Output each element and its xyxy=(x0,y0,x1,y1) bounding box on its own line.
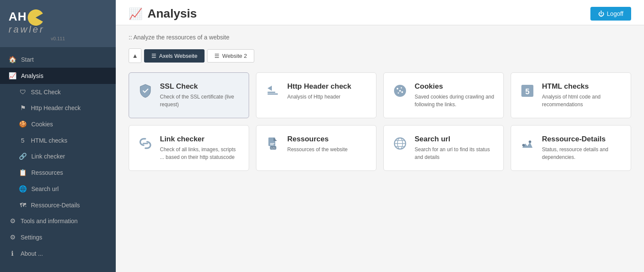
sidebar-item-html-checks[interactable]: 5 HTML checks xyxy=(0,132,116,148)
card-ressource-details[interactable]: Ressource-Details Status, ressource deta… xyxy=(511,125,631,171)
sidebar-label-ressource-details: Ressource-Details xyxy=(31,202,80,209)
sidebar-label-link-checker: Link checker xyxy=(31,153,65,160)
main-content: 📈 Analysis ⏻ Logoff :: Analyze the resso… xyxy=(116,0,644,272)
card-title-search-url: Search url xyxy=(415,135,496,143)
card-desc-http-header-check: Analysis of Http header xyxy=(287,93,351,101)
sidebar-item-tools[interactable]: ⚙ Tools and information xyxy=(0,213,116,229)
http-header-icon: ⚑ xyxy=(19,104,27,112)
card-title-ressources: Ressources xyxy=(287,135,348,143)
logo-crawler: rawler xyxy=(9,24,45,35)
sidebar-item-ssl-check[interactable]: 🛡 SSL Check xyxy=(0,84,116,100)
sidebar: AH rawler v0.111 🏠 Start 📈 Analysis 🛡 SS… xyxy=(0,0,116,272)
sidebar-item-ressources[interactable]: 📋 Ressources xyxy=(0,164,116,181)
svg-text:</>: </> xyxy=(271,146,276,150)
card-icon-link-checker xyxy=(137,136,154,155)
logoff-button[interactable]: ⏻ Logoff xyxy=(590,7,631,21)
svg-text:5: 5 xyxy=(525,87,530,96)
html-checks-icon: 5 xyxy=(19,137,27,144)
card-body-link-checker: Link checker Check of all links, images,… xyxy=(160,135,241,161)
svg-point-22 xyxy=(522,144,525,146)
card-title-ssl-check: SSL Check xyxy=(160,82,241,91)
svg-point-23 xyxy=(529,140,531,143)
card-icon-html-checks: 5 xyxy=(519,83,536,102)
card-body-ressource-details: Ressource-Details Status, ressource deta… xyxy=(542,135,623,161)
link-checker-icon: 🔗 xyxy=(19,152,27,160)
tab-label-axels-webseite: Axels Webseite xyxy=(159,53,197,59)
svg-rect-1 xyxy=(268,92,275,93)
sidebar-label-tools: Tools and information xyxy=(21,218,78,224)
page-subtitle: :: Analyze the ressources of a website xyxy=(129,34,631,41)
sidebar-item-about[interactable]: ℹ About ... xyxy=(0,245,116,262)
search-url-icon: 🌐 xyxy=(19,185,27,193)
tab-label-website-2: Website 2 xyxy=(222,53,247,59)
card-http-header-check[interactable]: Http Header check Analysis of Http heade… xyxy=(256,72,376,118)
sidebar-item-http-header[interactable]: ⚑ Http Header check xyxy=(0,100,116,116)
sidebar-item-settings[interactable]: ⚙ Settings xyxy=(0,229,116,245)
tab-axels-webseite[interactable]: ☰Axels Webseite xyxy=(144,49,205,63)
analysis-icon: 📈 xyxy=(9,72,17,80)
card-body-cookies: Cookies Saved cookies during crawling an… xyxy=(415,82,496,108)
power-icon: ⏻ xyxy=(598,10,604,17)
tools-icon: ⚙ xyxy=(9,217,16,225)
sidebar-label-http-header: Http Header check xyxy=(31,105,81,111)
card-title-cookies: Cookies xyxy=(415,82,496,91)
card-icon-http-header-check xyxy=(264,83,281,102)
card-title-html-checks: HTML checks xyxy=(542,82,623,91)
tabs-bar: ▲ ☰Axels Webseite☰Website 2 xyxy=(129,48,631,63)
cards-grid: SSL Check Check of the SSL certificate (… xyxy=(129,72,631,171)
card-desc-cookies: Saved cookies during crawling and follow… xyxy=(415,93,496,108)
logoff-label: Logoff xyxy=(607,10,623,17)
analysis-icon: 📈 xyxy=(129,7,142,21)
card-desc-link-checker: Check of all links, images, scripts ... … xyxy=(160,146,241,161)
svg-point-5 xyxy=(401,91,403,93)
ressources-icon: 📋 xyxy=(19,169,27,176)
card-ssl-check[interactable]: SSL Check Check of the SSL certificate (… xyxy=(129,72,249,118)
about-icon: ℹ xyxy=(9,250,16,257)
sidebar-item-analysis[interactable]: 📈 Analysis xyxy=(0,68,116,84)
sidebar-item-search-url[interactable]: 🌐 Search url xyxy=(0,181,116,197)
card-ressources[interactable]: </> Ressources Ressources of the website xyxy=(256,125,376,171)
sidebar-item-cookies[interactable]: 🍪 Cookies xyxy=(0,116,116,132)
card-cookies[interactable]: Cookies Saved cookies during crawling an… xyxy=(383,72,504,118)
sidebar-label-settings: Settings xyxy=(21,234,42,241)
tab-up-button[interactable]: ▲ xyxy=(129,48,141,63)
sidebar-item-ressource-details[interactable]: 🗺 Ressource-Details xyxy=(0,197,116,213)
card-desc-ssl-check: Check of the SSL certificate (live reque… xyxy=(160,93,241,108)
tab-website-2[interactable]: ☰Website 2 xyxy=(207,49,254,63)
card-icon-cookies xyxy=(391,83,409,102)
svg-point-4 xyxy=(401,87,402,89)
page-title-container: 📈 Analysis xyxy=(129,7,197,21)
svg-point-3 xyxy=(397,88,398,90)
card-body-ssl-check: SSL Check Check of the SSL certificate (… xyxy=(160,82,241,108)
tab-icon-website-2: ☰ xyxy=(214,53,220,59)
card-search-url[interactable]: Search url Search for an url to find its… xyxy=(383,125,504,171)
page-title: Analysis xyxy=(147,7,197,21)
sidebar-label-ssl-check: SSL Check xyxy=(31,89,61,96)
cookies-icon: 🍪 xyxy=(19,120,27,128)
sidebar-label-ressources: Ressources xyxy=(31,169,63,176)
logo-version: v0.111 xyxy=(51,36,65,41)
card-title-link-checker: Link checker xyxy=(160,135,241,143)
sidebar-item-link-checker[interactable]: 🔗 Link checker xyxy=(0,148,116,164)
sidebar-item-start[interactable]: 🏠 Start xyxy=(0,51,116,68)
logo-ah: AH xyxy=(9,10,27,24)
svg-rect-0 xyxy=(268,93,278,95)
sidebar-label-search-url: Search url xyxy=(31,185,59,192)
card-desc-ressource-details: Status, ressource details and dependenci… xyxy=(542,146,623,161)
card-link-checker[interactable]: Link checker Check of all links, images,… xyxy=(129,125,249,171)
sidebar-label-cookies: Cookies xyxy=(31,121,53,128)
card-body-search-url: Search url Search for an url to find its… xyxy=(415,135,496,161)
card-body-ressources: Ressources Ressources of the website xyxy=(287,135,348,153)
ssl-check-icon: 🛡 xyxy=(19,88,27,96)
sidebar-label-start: Start xyxy=(21,56,34,63)
svg-rect-12 xyxy=(268,137,274,141)
sidebar-label-html-checks: HTML checks xyxy=(31,137,67,144)
card-body-html-checks: HTML checks Analysis of html code and re… xyxy=(542,82,623,108)
card-desc-search-url: Search for an url to find its status and… xyxy=(415,146,496,161)
card-html-checks[interactable]: 5 HTML checks Analysis of html code and … xyxy=(511,72,631,118)
tab-icon-axels-webseite: ☰ xyxy=(151,53,156,59)
card-icon-ressource-details xyxy=(519,136,536,155)
header: 📈 Analysis ⏻ Logoff xyxy=(116,0,644,25)
content-area: :: Analyze the ressources of a website ▲… xyxy=(116,25,644,272)
card-body-http-header-check: Http Header check Analysis of Http heade… xyxy=(287,82,351,101)
